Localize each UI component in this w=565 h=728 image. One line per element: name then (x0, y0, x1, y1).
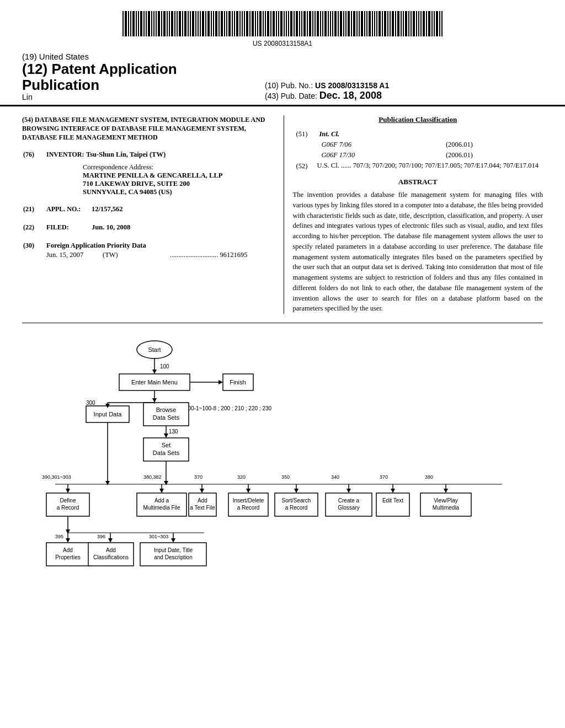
pub-no-label: (10) Pub. No.: (265, 81, 315, 90)
svg-rect-91 (356, 11, 358, 36)
header-section: (19) United States (12) Patent Applicati… (0, 52, 565, 106)
svg-rect-14 (156, 11, 157, 36)
svg-rect-57 (267, 11, 269, 36)
svg-rect-69 (299, 11, 300, 36)
svg-marker-133 (218, 380, 223, 384)
svg-rect-95 (366, 11, 367, 36)
svg-rect-38 (218, 11, 220, 36)
svg-rect-121 (434, 11, 435, 36)
svg-rect-81 (330, 11, 331, 36)
header-right: (10) Pub. No.: US 2008/0313158 A1 (43) P… (254, 52, 543, 101)
pub-date-line: (43) Pub. Date: Dec. 18, 2008 (265, 90, 543, 101)
field-21-num: (21) (23, 205, 34, 213)
us-cl-value: U.S. Cl. ...... 707/3; 707/200; 707/100;… (317, 162, 539, 169)
svg-text:320: 320 (237, 474, 246, 480)
svg-text:350: 350 (281, 474, 290, 480)
svg-rect-118 (426, 11, 427, 36)
svg-text:Edit Text: Edit Text (382, 497, 403, 504)
field-54: (54) DATABASE FILE MANAGEMENT SYSTEM, IN… (22, 115, 273, 142)
svg-rect-75 (315, 11, 316, 36)
svg-rect-23 (179, 11, 181, 36)
svg-rect-32 (202, 11, 204, 36)
svg-rect-93 (361, 11, 363, 36)
svg-rect-43 (232, 11, 233, 36)
svg-rect-12 (151, 11, 152, 36)
svg-marker-128 (152, 370, 157, 374)
svg-rect-117 (423, 11, 425, 36)
svg-rect-54 (259, 11, 262, 36)
svg-text:Browse: Browse (156, 406, 177, 413)
int-cl-g06f-1730-date: (2006.01) (444, 151, 542, 160)
svg-text:Add: Add (63, 547, 73, 553)
svg-rect-105 (392, 11, 394, 36)
svg-rect-89 (351, 11, 352, 36)
svg-rect-31 (200, 11, 201, 36)
svg-rect-13 (153, 11, 154, 36)
country-name: United States (39, 52, 89, 61)
svg-text:Classifications: Classifications (93, 554, 129, 560)
svg-rect-15 (158, 11, 160, 36)
svg-rect-9 (143, 11, 145, 36)
svg-rect-97 (372, 11, 373, 36)
svg-rect-72 (307, 11, 308, 36)
field-22-num: (22) (23, 223, 34, 231)
svg-rect-40 (224, 11, 225, 36)
svg-rect-110 (405, 11, 407, 36)
svg-rect-109 (403, 11, 404, 36)
svg-marker-181 (391, 489, 395, 493)
svg-rect-48 (244, 11, 245, 36)
field-54-num: (54) (22, 116, 35, 124)
svg-rect-74 (312, 11, 313, 36)
svg-rect-17 (163, 11, 166, 36)
svg-rect-88 (348, 11, 350, 36)
svg-rect-107 (397, 11, 399, 36)
corr-addr1: 710 LAKEWAY DRIVE, SUITE 200 (83, 180, 273, 188)
svg-marker-137 (152, 398, 157, 403)
field-22-value: Jun. 10, 2008 (92, 223, 130, 231)
svg-rect-46 (239, 11, 241, 36)
svg-rect-10 (146, 11, 147, 36)
svg-rect-78 (322, 11, 323, 36)
int-cl-num: (51) (296, 130, 308, 138)
svg-rect-124 (441, 11, 443, 36)
svg-text:390,301~303: 390,301~303 (42, 474, 71, 480)
svg-rect-60 (276, 11, 277, 36)
svg-rect-28 (192, 11, 194, 36)
svg-rect-94 (364, 11, 365, 36)
svg-rect-42 (228, 11, 231, 36)
body-section: (54) DATABASE FILE MANAGEMENT SYSTEM, IN… (0, 106, 565, 314)
barcode-image: // barcode drawn below via rects (117, 10, 448, 38)
svg-rect-34 (207, 11, 210, 36)
field-76-value: Tsu-Shun Lin, Taipei (TW) (86, 151, 166, 158)
svg-rect-4 (130, 11, 131, 36)
svg-rect-85 (340, 11, 342, 36)
svg-rect-5 (132, 11, 135, 36)
svg-rect-103 (387, 11, 388, 36)
svg-rect-102 (384, 11, 386, 36)
svg-rect-73 (309, 11, 311, 36)
svg-rect-82 (332, 11, 333, 36)
svg-text:Finish: Finish (230, 379, 246, 386)
abstract-title: ABSTRACT (293, 178, 543, 186)
abstract-text: The invention provides a database file m… (293, 190, 543, 314)
svg-rect-29 (195, 11, 196, 36)
field-30-country: (TW) (103, 251, 158, 259)
svg-rect-99 (376, 11, 377, 36)
corr-label: Correspondence Address: (83, 163, 273, 172)
us-cl-num: (52) (296, 162, 308, 170)
svg-marker-150 (164, 433, 168, 438)
svg-text:300: 300 (86, 400, 95, 406)
svg-rect-202 (376, 493, 409, 516)
svg-rect-63 (284, 11, 285, 36)
svg-text:Multimedia File: Multimedia File (143, 505, 180, 511)
svg-text:Input Date, Title: Input Date, Title (154, 547, 193, 553)
svg-rect-30 (198, 11, 199, 36)
field-54-title: DATABASE FILE MANAGEMENT SYSTEM, INTEGRA… (22, 116, 265, 141)
svg-rect-77 (320, 11, 321, 36)
svg-text:100: 100 (160, 363, 169, 370)
svg-text:370: 370 (194, 474, 202, 480)
svg-rect-2 (125, 11, 127, 36)
svg-rect-27 (190, 11, 191, 36)
svg-rect-71 (303, 11, 306, 36)
svg-text:Input Data: Input Data (94, 411, 122, 417)
